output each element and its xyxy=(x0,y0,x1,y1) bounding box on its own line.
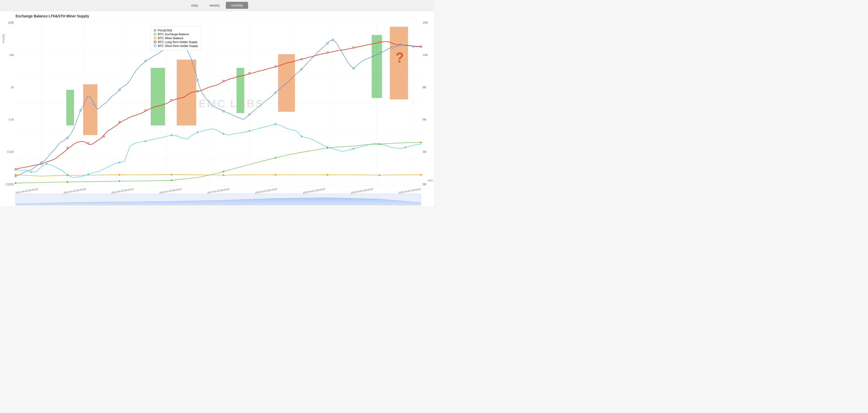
svg-point-42 xyxy=(379,143,380,145)
svg-point-68 xyxy=(379,41,380,43)
legend-label-exchange: BTC: Exchange Balance xyxy=(158,33,189,36)
y-label-01k: 0.1K xyxy=(8,118,14,121)
y-label-001k: 0.01K xyxy=(7,151,14,153)
legend-item-sth: BTC: Short-Term Holder Supply xyxy=(154,44,198,47)
legend-item-price: Price[USD] xyxy=(154,29,198,32)
question-mark: ? xyxy=(396,49,404,65)
svg-point-49 xyxy=(275,174,276,176)
svg-point-28 xyxy=(249,130,250,132)
svg-point-27 xyxy=(223,133,224,134)
svg-point-61 xyxy=(197,90,198,92)
minimap[interactable] xyxy=(16,194,421,205)
svg-point-36 xyxy=(67,181,68,183)
y-label-1k: 1K xyxy=(11,86,14,89)
svg-point-37 xyxy=(119,180,120,182)
sth-line xyxy=(16,124,421,178)
x-label-1: 2013-03-01T00:00:00 xyxy=(63,188,86,194)
svg-point-56 xyxy=(88,142,89,144)
tab-monthly[interactable]: monthly xyxy=(226,2,248,9)
svg-point-19 xyxy=(30,171,32,173)
svg-point-47 xyxy=(171,173,173,175)
svg-point-71 xyxy=(15,176,16,177)
bull-rect-2 xyxy=(151,68,165,125)
svg-point-24 xyxy=(145,140,146,142)
legend-label-lth: BTC: Long-Term Holder Supply xyxy=(158,40,197,43)
legend-item-miner: BTC: Miner Balance xyxy=(154,36,198,40)
y-label-10k: 10K xyxy=(9,54,14,57)
svg-point-90 xyxy=(400,44,401,46)
svg-point-43 xyxy=(420,142,422,143)
svg-point-39 xyxy=(223,171,224,172)
y-axis-left: 100K 10K 1K 0.1K 0.01K 0.001K xyxy=(0,21,15,186)
svg-point-89 xyxy=(392,46,393,48)
svg-point-32 xyxy=(352,148,354,150)
svg-point-86 xyxy=(332,39,333,41)
x-label-7: 2022-03-01T00:00:00 xyxy=(350,188,373,194)
svg-point-73 xyxy=(67,137,68,138)
chart-svg: ? xyxy=(16,21,421,186)
svg-point-53 xyxy=(15,168,16,170)
chart-title: Exchange Balance LTH&STH Miner Supply xyxy=(16,14,89,18)
svg-marker-92 xyxy=(16,198,421,205)
price-dots xyxy=(15,39,414,177)
tab-weekly[interactable]: weekly xyxy=(204,2,225,9)
legend-label-miner: BTC: Miner Balance xyxy=(158,36,183,40)
svg-point-52 xyxy=(420,174,422,176)
chart-container: Exchange Balance LTH&STH Miner Supply Pr… xyxy=(0,11,434,206)
bull-rect-3 xyxy=(237,68,244,113)
svg-point-82 xyxy=(249,114,250,115)
svg-point-22 xyxy=(88,173,89,175)
svg-point-20 xyxy=(46,163,48,164)
sth-dots xyxy=(15,123,406,176)
svg-point-30 xyxy=(301,135,302,137)
chart-legend: Price[USD] BTC: Exchange Balance BTC: Mi… xyxy=(150,26,202,51)
svg-point-88 xyxy=(379,53,380,55)
svg-point-75 xyxy=(93,103,94,104)
y-axis-left-label: Price($) xyxy=(2,34,5,43)
legend-label-sth: BTC: Short-Term Holder Supply xyxy=(158,44,198,47)
lth-dots xyxy=(15,41,422,170)
svg-point-62 xyxy=(223,80,224,82)
chart-area: EMC LABS xyxy=(16,21,421,186)
svg-point-77 xyxy=(145,60,146,62)
minimap-svg xyxy=(16,194,421,205)
price-line xyxy=(16,39,421,176)
svg-point-64 xyxy=(275,66,276,67)
legend-label-price: Price[USD] xyxy=(158,29,172,32)
svg-point-26 xyxy=(197,131,198,133)
svg-point-58 xyxy=(119,121,120,123)
tab-daily[interactable]: daily xyxy=(186,2,203,9)
svg-point-91 xyxy=(412,45,414,47)
x-label-8: 2023-09-01T00:00:00 xyxy=(399,188,421,194)
svg-point-84 xyxy=(301,68,302,70)
y-right-9m: 9M xyxy=(423,86,426,89)
svg-point-81 xyxy=(223,110,224,112)
svg-point-76 xyxy=(119,89,120,90)
bear-rect-3 xyxy=(278,54,295,112)
x-label-4: 2017-09-01T00:00:00 xyxy=(207,188,229,194)
svg-point-50 xyxy=(327,174,328,176)
svg-point-29 xyxy=(275,123,276,125)
legend-item-lth: BTC: Long-Term Holder Supply xyxy=(154,40,198,43)
svg-point-65 xyxy=(301,58,302,60)
bull-rect-1 xyxy=(66,90,74,126)
svg-point-72 xyxy=(41,162,42,163)
bear-rect-2 xyxy=(177,60,196,125)
svg-point-80 xyxy=(197,79,198,81)
exchange-dots xyxy=(15,142,422,184)
svg-point-38 xyxy=(171,180,173,181)
svg-point-23 xyxy=(119,162,120,163)
svg-point-83 xyxy=(275,92,276,93)
svg-point-40 xyxy=(275,157,276,159)
x-label-6: 2020-09-01T00:00:00 xyxy=(303,188,326,194)
svg-point-45 xyxy=(67,174,68,176)
x-label-0: 2011-09-01T00:00:00 xyxy=(16,188,38,194)
legend-item-exchange: BTC: Exchange Balance xyxy=(154,33,198,36)
svg-point-55 xyxy=(67,147,68,149)
svg-point-51 xyxy=(379,174,380,176)
svg-point-60 xyxy=(171,99,173,101)
x-label-2: 2014-09-01T00:00:00 xyxy=(111,188,134,194)
svg-point-48 xyxy=(223,174,224,176)
y-right-3m: 3M xyxy=(423,151,426,153)
svg-point-25 xyxy=(171,134,173,136)
